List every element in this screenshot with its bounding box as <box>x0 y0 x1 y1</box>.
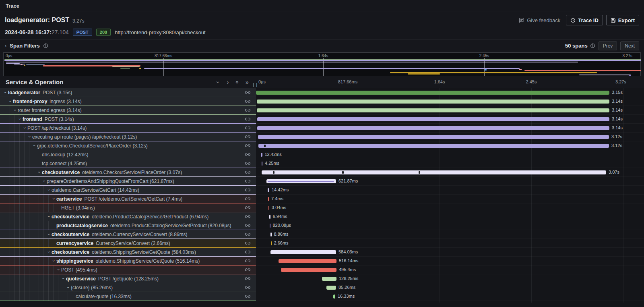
span-name-cell[interactable]: productcatalogservice oteldemo.ProductCa… <box>0 221 256 230</box>
row-collapse-caret-icon[interactable]: › <box>42 179 47 183</box>
span-duration-bar[interactable] <box>326 286 336 290</box>
span-duration-bar[interactable] <box>268 188 269 192</box>
span-name-cell[interactable]: › checkoutservice oteldemo.ProductCatalo… <box>0 212 256 221</box>
span-name-cell[interactable]: › checkoutservice oteldemo.CurrencyServi… <box>0 230 256 239</box>
span-duration-bar[interactable] <box>281 268 336 272</box>
span-bar-cell[interactable]: 3.14s <box>256 115 644 124</box>
span-name-cell[interactable]: › checkoutservice oteldemo.ShippingServi… <box>0 248 256 257</box>
span-duration-bar[interactable] <box>258 135 609 139</box>
span-duration-bar[interactable] <box>258 144 609 148</box>
span-bar-cell[interactable]: 14.42ms <box>256 186 644 195</box>
span-name-cell[interactable]: › quoteservice POST /getquote (128.25ms) <box>0 274 256 283</box>
expand-all-icon[interactable]: » <box>242 79 252 85</box>
span-name-cell[interactable]: › router frontend egress (3.14s) <box>0 106 256 115</box>
span-duration-bar[interactable] <box>261 153 262 157</box>
span-name-cell[interactable]: › frontend-proxy ingress (3.14s) <box>0 97 256 106</box>
span-bar-cell[interactable]: 128.25ms <box>256 274 644 283</box>
span-bar-cell[interactable]: 12.42ms <box>256 150 644 159</box>
row-collapse-caret-icon[interactable]: › <box>61 276 66 281</box>
span-duration-bar[interactable] <box>257 108 609 112</box>
span-bar-cell[interactable]: 621.87ms <box>256 177 644 186</box>
span-duration-bar[interactable] <box>322 277 336 281</box>
span-link-icon[interactable] <box>245 152 250 157</box>
span-name-cell[interactable]: › frontend POST (3.14s) <box>0 115 256 124</box>
span-name-cell[interactable]: › POST /api/checkout (3.14s) <box>0 124 256 133</box>
span-bar-cell[interactable]: 820.08μs <box>256 221 644 230</box>
give-feedback-button[interactable]: Give feedback <box>519 17 560 23</box>
span-link-icon[interactable] <box>245 214 250 219</box>
span-bar-cell[interactable]: 516.14ms <box>256 257 644 266</box>
collapse-all-icon[interactable]: » <box>233 79 242 85</box>
span-filters-label[interactable]: Span Filters <box>10 43 39 49</box>
span-name-cell[interactable]: currencyservice CurrencyService/Convert … <box>0 239 256 248</box>
span-duration-bar[interactable] <box>257 100 609 104</box>
span-duration-bar[interactable] <box>269 215 270 219</box>
span-duration-bar[interactable] <box>256 91 609 95</box>
span-bar-cell[interactable]: 3.14s <box>256 124 644 133</box>
span-link-icon[interactable] <box>245 187 250 193</box>
span-duration-bar[interactable] <box>270 232 272 236</box>
span-link-icon[interactable] <box>245 116 250 122</box>
row-collapse-caret-icon[interactable]: › <box>18 117 23 121</box>
span-bar-cell[interactable]: 7.4ms <box>256 195 644 203</box>
row-collapse-caret-icon[interactable]: › <box>47 188 52 192</box>
span-name-cell[interactable]: › checkoutservice oteldemo.CheckoutServi… <box>0 168 256 177</box>
trace-minimap[interactable]: 0μs817.66ms1.64s2.45s3.27s <box>3 52 641 77</box>
span-link-icon[interactable] <box>245 223 250 228</box>
span-link-icon[interactable] <box>245 267 250 272</box>
span-link-icon[interactable] <box>245 99 250 104</box>
span-duration-bar[interactable] <box>270 250 336 254</box>
row-collapse-caret-icon[interactable]: › <box>37 170 42 174</box>
span-link-icon[interactable] <box>245 276 250 281</box>
span-duration-bar[interactable] <box>268 197 269 201</box>
row-collapse-caret-icon[interactable]: › <box>8 99 13 104</box>
span-duration-bar[interactable] <box>262 170 606 174</box>
span-bar-cell[interactable]: 8.86ms <box>256 230 644 239</box>
span-bar-cell[interactable]: 584.03ms <box>256 248 644 257</box>
span-duration-bar[interactable] <box>266 179 336 183</box>
span-name-cell[interactable]: › grpc.oteldemo.CheckoutService/PlaceOrd… <box>0 141 256 150</box>
span-bar-cell[interactable]: 3.07s <box>256 168 644 177</box>
span-bar-cell[interactable]: 3.04ms <box>256 203 644 212</box>
span-link-icon[interactable] <box>245 125 250 131</box>
span-link-icon[interactable] <box>245 143 250 148</box>
span-bar-cell[interactable]: 3.12s <box>256 141 644 150</box>
span-bar-cell[interactable]: 3.14s <box>256 97 644 106</box>
row-collapse-caret-icon[interactable]: › <box>23 126 27 130</box>
span-filters-caret-icon[interactable]: › <box>5 43 6 49</box>
span-duration-bar[interactable] <box>262 162 262 166</box>
row-collapse-caret-icon[interactable]: › <box>32 143 37 148</box>
span-name-cell[interactable]: › executing api route (pages) /api/check… <box>0 133 256 141</box>
span-name-cell[interactable]: › prepareOrderItemsAndShippingQuoteFromC… <box>0 177 256 186</box>
span-link-icon[interactable] <box>245 249 250 255</box>
span-duration-bar[interactable] <box>271 241 272 245</box>
row-collapse-caret-icon[interactable]: › <box>52 259 56 263</box>
span-link-icon[interactable] <box>245 108 250 113</box>
span-bar-cell[interactable]: 495.4ms <box>256 266 644 274</box>
collapse-one-icon[interactable]: › <box>213 79 223 85</box>
span-bar-cell[interactable]: 16.33ms <box>256 292 644 301</box>
span-link-icon[interactable] <box>245 178 250 184</box>
trace-id-button[interactable]: Trace ID <box>566 15 603 25</box>
span-link-icon[interactable] <box>245 205 250 210</box>
row-collapse-caret-icon[interactable]: › <box>52 197 56 201</box>
span-duration-bar[interactable] <box>257 126 609 130</box>
span-link-icon[interactable] <box>245 90 250 95</box>
span-name-cell[interactable]: › cartservice POST /oteldemo.CartService… <box>0 195 256 203</box>
span-name-cell[interactable]: HGET (3.04ms) <box>0 203 256 212</box>
span-link-icon[interactable] <box>245 170 250 175</box>
row-collapse-caret-icon[interactable]: › <box>27 135 32 139</box>
span-name-cell[interactable]: › loadgenerator POST (3.15s) <box>0 88 256 97</box>
span-bar-cell[interactable]: 4.25ms <box>256 159 644 168</box>
span-duration-bar[interactable] <box>257 117 609 121</box>
span-bar-cell[interactable]: 2.66ms <box>256 239 644 248</box>
span-link-icon[interactable] <box>245 134 250 139</box>
span-bar-cell[interactable]: 3.14s <box>256 106 644 115</box>
row-collapse-caret-icon[interactable]: › <box>47 232 52 236</box>
span-link-icon[interactable] <box>245 294 250 299</box>
span-name-cell[interactable]: tcp.connect (4.25ms) <box>0 159 256 168</box>
span-link-icon[interactable] <box>245 241 250 246</box>
row-collapse-caret-icon[interactable]: › <box>13 108 18 112</box>
span-bar-cell[interactable]: 3.12s <box>256 133 644 141</box>
span-link-icon[interactable] <box>245 161 250 166</box>
